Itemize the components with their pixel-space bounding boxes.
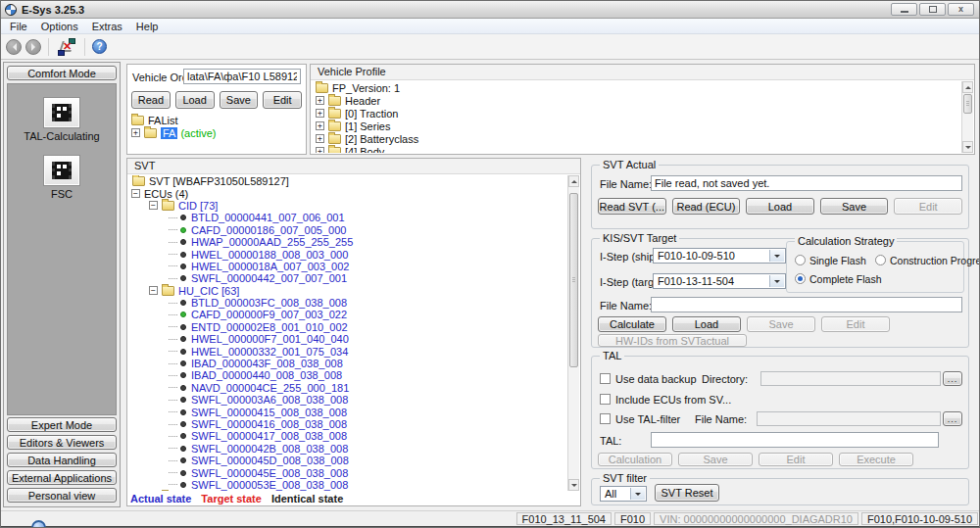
svt-entry[interactable]: SWFL_000003A6_008_038_008 (129, 394, 566, 406)
vp-tree-item-4-body[interactable]: +[4] Body (313, 145, 960, 153)
svt-filter-dropdown[interactable]: All (600, 486, 647, 502)
minimize-button[interactable] (891, 3, 917, 16)
svt-entry[interactable]: NAVD_000004CE_255_000_181 (129, 382, 566, 394)
svt-entry[interactable]: SWFL_00000442_007_007_001 (129, 272, 566, 284)
ecus-node[interactable]: −ECUs (4) (129, 187, 566, 199)
collapse-minus-icon[interactable]: − (149, 286, 158, 295)
scrollbar-thumb[interactable] (963, 94, 972, 114)
svt-entry[interactable]: HWEL_00000332_001_075_034 (129, 345, 566, 357)
expand-plus-icon[interactable]: + (316, 147, 324, 153)
svt-entry[interactable]: BTLD_00000441_007_006_001 (129, 212, 566, 223)
menu-item-options[interactable]: Options (34, 19, 85, 34)
ecu-group-cid-73[interactable]: −CID [73] (129, 200, 566, 212)
scroll-up-icon[interactable] (568, 175, 579, 187)
expand-plus-icon[interactable]: + (316, 109, 324, 118)
fsc-button[interactable] (43, 155, 80, 186)
comfort-mode-button[interactable]: Comfort Mode (7, 66, 117, 80)
menu-item-file[interactable]: File (3, 19, 34, 34)
scroll-down-icon[interactable] (568, 479, 579, 491)
kis-calculate-button[interactable]: Calculate (598, 316, 666, 332)
svt-entry[interactable]: BTLD_000003FC_008_038_008 (129, 297, 566, 309)
kis-buttons: CalculateLoadSaveEdit (598, 316, 890, 332)
svt-actual-read-svt-button[interactable]: Read SVT (... (598, 198, 666, 215)
svt-entry[interactable]: ENTD_000002E8_001_010_002 (129, 321, 566, 333)
collapse-minus-icon[interactable]: − (149, 201, 158, 210)
svt-scrollbar[interactable] (567, 175, 579, 491)
scroll-up-icon[interactable] (962, 81, 973, 93)
svt-entry[interactable]: SWFL_0000042B_008_038_008 (129, 443, 566, 455)
svt-entry[interactable]: SWFL_0000045D_008_038_008 (129, 455, 566, 466)
scroll-down-icon[interactable] (962, 141, 973, 153)
external-applications-button[interactable]: External Applications (7, 470, 117, 485)
svt-entry[interactable]: SWFL_0000053E_008_038_008 (129, 479, 566, 491)
close-button[interactable]: x (948, 3, 974, 16)
radio-single-flash[interactable] (795, 255, 806, 265)
menu-item-help[interactable]: Help (129, 19, 166, 34)
tal-filter-browse-button[interactable]: ... (943, 411, 962, 426)
svt-entry[interactable]: HWEL_000000F7_001_040_040 (129, 333, 566, 345)
expand-plus-icon[interactable]: + (316, 96, 324, 105)
svt-root-node[interactable]: SVT [WBAFP31050L589127] (129, 175, 566, 187)
svt-entry[interactable]: IBAD_0000043F_008_038_008 (129, 358, 566, 369)
expand-plus-icon[interactable]: + (316, 121, 324, 130)
state-icon (180, 372, 186, 378)
svt-entry[interactable]: SWFL_00000416_008_038_008 (129, 418, 566, 430)
vehicle-profile-scrollbar[interactable] (961, 81, 973, 153)
svt-entry[interactable]: HWEL_00000188_008_003_000 (129, 248, 566, 260)
vp-tree-item-fp-version-1[interactable]: FP_Version: 1 (313, 81, 960, 94)
istep-target-dropdown[interactable]: F010-13-11-504 (653, 273, 786, 289)
expand-plus-icon[interactable]: + (131, 128, 140, 137)
radio-construction-progress[interactable] (875, 255, 886, 265)
ecu-group-hu-cic-63[interactable]: −HU_CIC [63] (129, 285, 566, 297)
scrollbar-thumb[interactable] (569, 193, 578, 367)
forward-button[interactable] (25, 39, 41, 55)
svt-entry[interactable]: SWFL_0000045E_008_038_008 (129, 466, 566, 478)
svt-entry[interactable]: CAFD_000000F9_007_003_022 (129, 309, 566, 320)
vehicle-order-edit-button[interactable]: Edit (263, 91, 302, 109)
expand-plus-icon[interactable]: + (316, 134, 324, 143)
svt-actual-load-button[interactable]: Load (746, 198, 814, 215)
radio-complete-flash[interactable] (795, 273, 806, 284)
vehicle-order-save-button[interactable]: Save (220, 91, 259, 109)
use-data-backup-checkbox[interactable] (600, 373, 611, 384)
tal-execute-button: Execute (839, 453, 913, 466)
vp-tree-item-1-series[interactable]: +[1] Series (313, 120, 960, 132)
kis-file-input[interactable] (651, 297, 962, 312)
tal-input[interactable] (651, 432, 939, 448)
vehicle-order-path-input[interactable] (183, 69, 301, 84)
tool-label: FSC (8, 188, 116, 200)
svt-actual-read-ecu-button[interactable]: Read (ECU) (672, 198, 741, 215)
maximize-button[interactable] (919, 3, 946, 16)
svt-entry[interactable]: IBAD_00000440_008_038_008 (129, 369, 566, 381)
data-handling-button[interactable]: Data Handling (7, 453, 117, 467)
vp-tree-item-header[interactable]: +Header (313, 94, 960, 107)
vehicle-order-load-button[interactable]: Load (175, 91, 215, 109)
vp-tree-item-2-batteryclass[interactable]: +[2] Batteryclass (313, 132, 960, 145)
vp-tree-item-0-traction[interactable]: +[0] Traction (313, 107, 960, 120)
use-tal-filter-checkbox[interactable] (600, 413, 611, 424)
editors-viewers-button[interactable]: Editors & Viewers (7, 435, 117, 450)
tree-item-falist[interactable]: FAList (131, 114, 304, 126)
include-ecus-checkbox[interactable] (600, 394, 611, 405)
kis-load-button[interactable]: Load (672, 316, 741, 332)
tree-item-fa[interactable]: + FA (active) (131, 126, 304, 139)
expert-mode-button[interactable]: Expert Mode (7, 417, 117, 432)
svt-entry[interactable]: CAFD_00000186_007_005_000 (129, 224, 566, 236)
svt-actual-save-button[interactable]: Save (820, 198, 889, 215)
tal-calculating-button[interactable] (43, 97, 80, 128)
istep-shipment-dropdown[interactable]: F010-10-09-510 (653, 248, 786, 264)
help-button[interactable]: ? (92, 39, 107, 54)
menu-item-extras[interactable]: Extras (85, 19, 129, 34)
vehicle-order-read-button[interactable]: Read (131, 91, 171, 109)
svt-reset-button[interactable]: SVT Reset (655, 484, 719, 502)
personal-view-button[interactable]: Personal view (7, 488, 117, 503)
connection-button[interactable]: ✕ (56, 37, 77, 57)
svt-entry[interactable]: HWEL_0000018A_007_003_002 (129, 261, 566, 272)
svt-entry[interactable]: HWAP_00000AAD_255_255_255 (129, 236, 566, 248)
svt-entry[interactable]: SWFL_00000417_008_038_008 (129, 430, 566, 442)
svt-entry[interactable]: SWFL_00000415_008_038_008 (129, 406, 566, 417)
back-button[interactable] (6, 39, 22, 55)
svt-actual-file-input[interactable] (651, 175, 962, 191)
directory-browse-button[interactable]: ... (943, 371, 962, 386)
collapse-minus-icon[interactable]: − (131, 189, 140, 198)
